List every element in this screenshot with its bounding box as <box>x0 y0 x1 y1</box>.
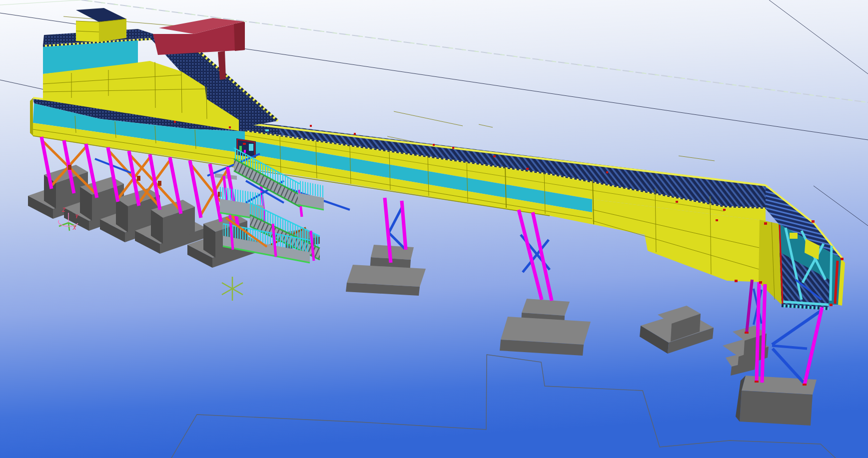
roof-detail-cyan <box>265 129 269 131</box>
ucs-z-label: Z <box>61 207 65 213</box>
end-house-inner-yellow <box>790 233 798 239</box>
deck-red-clip <box>229 126 231 128</box>
gallery-left-endcap <box>30 98 33 136</box>
chute-side <box>234 22 245 51</box>
baseplate <box>803 384 807 386</box>
deck-red-clip <box>174 121 176 123</box>
baseplate <box>755 381 759 383</box>
baseplate <box>745 332 749 334</box>
penthouse-side <box>99 19 126 42</box>
model-viewport[interactable]: Z Y X <box>0 0 868 458</box>
